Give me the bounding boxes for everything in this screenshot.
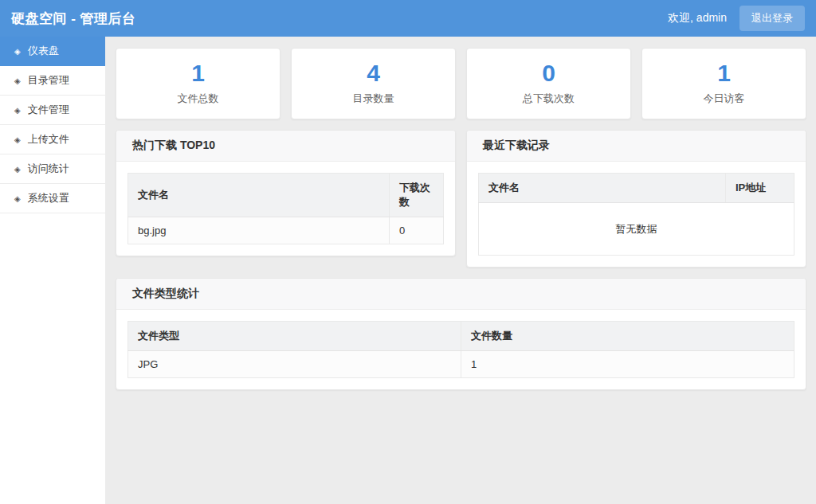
column-header-filename: 文件名 (479, 174, 726, 203)
top-header-bar: 硬盘空间 - 管理后台 欢迎, admin 退出登录 (0, 0, 816, 37)
diamond-icon: ◈ (14, 165, 21, 174)
stats-row: 1 文件总数 4 目录数量 0 总下载次数 1 今日访客 (116, 48, 806, 119)
empty-state-row: 暂无数据 (479, 203, 794, 256)
table-row: bg.jpg 0 (128, 217, 444, 244)
column-header-download-count: 下载次数 (390, 174, 444, 217)
sidebar-item-label: 目录管理 (28, 73, 69, 88)
diamond-icon: ◈ (14, 106, 21, 115)
welcome-text: 欢迎, admin (668, 11, 727, 25)
panel-title: 最近下载记录 (467, 131, 806, 162)
main-content: 1 文件总数 4 目录数量 0 总下载次数 1 今日访客 热门下载 TOP10 (105, 37, 816, 504)
empty-state-text: 暂无数据 (479, 203, 794, 256)
diamond-icon: ◈ (14, 76, 21, 85)
sidebar-item-access-stats[interactable]: ◈ 访问统计 (0, 154, 105, 184)
sidebar-item-dashboard[interactable]: ◈ 仪表盘 (0, 37, 105, 66)
stat-card-total-downloads: 0 总下载次数 (466, 48, 631, 119)
sidebar-item-label: 上传文件 (28, 132, 69, 147)
stat-card-directory-count: 4 目录数量 (291, 48, 456, 119)
recent-downloads-table: 文件名 IP地址 暂无数据 (478, 173, 794, 256)
sidebar-item-directory-management[interactable]: ◈ 目录管理 (0, 66, 105, 96)
stat-label: 今日访客 (642, 92, 806, 106)
cell-file-type: JPG (128, 351, 461, 378)
panel-body: 文件名 IP地址 暂无数据 (467, 162, 806, 267)
stat-value: 1 (116, 59, 280, 88)
stat-value: 0 (467, 59, 630, 88)
diamond-icon: ◈ (14, 47, 21, 56)
column-header-ip-address: IP地址 (726, 174, 794, 203)
stat-value: 4 (292, 59, 455, 88)
sidebar-item-label: 仪表盘 (28, 44, 59, 58)
panel-body: 文件名 下载次数 bg.jpg 0 (116, 162, 455, 256)
column-header-file-count: 文件数量 (461, 322, 794, 351)
cell-filename: bg.jpg (128, 217, 390, 244)
logout-button[interactable]: 退出登录 (740, 6, 805, 31)
stat-value: 1 (642, 59, 806, 88)
stat-label: 目录数量 (292, 92, 455, 106)
sidebar-item-system-settings[interactable]: ◈ 系统设置 (0, 184, 105, 213)
panel-file-types: 文件类型统计 文件类型 文件数量 JPG 1 (116, 278, 806, 390)
panels-row: 热门下载 TOP10 文件名 下载次数 bg.jpg 0 (116, 130, 806, 268)
stat-label: 文件总数 (116, 92, 280, 106)
panel-recent-downloads: 最近下载记录 文件名 IP地址 暂无数据 (466, 130, 806, 268)
stat-card-total-files: 1 文件总数 (116, 48, 280, 119)
sidebar-nav: ◈ 仪表盘 ◈ 目录管理 ◈ 文件管理 ◈ 上传文件 ◈ 访问统计 ◈ 系统设置 (0, 37, 105, 504)
panel-body: 文件类型 文件数量 JPG 1 (116, 310, 806, 389)
sidebar-item-file-management[interactable]: ◈ 文件管理 (0, 96, 105, 125)
file-types-table: 文件类型 文件数量 JPG 1 (128, 321, 794, 378)
panel-title: 热门下载 TOP10 (116, 131, 455, 162)
header-right-area: 欢迎, admin 退出登录 (668, 6, 805, 31)
sidebar-item-upload-file[interactable]: ◈ 上传文件 (0, 125, 105, 154)
cell-file-count: 1 (461, 351, 794, 378)
diamond-icon: ◈ (14, 194, 21, 203)
panel-hot-downloads: 热门下载 TOP10 文件名 下载次数 bg.jpg 0 (116, 130, 456, 256)
sidebar-item-label: 访问统计 (28, 162, 69, 176)
column-header-file-type: 文件类型 (128, 322, 461, 351)
table-row: JPG 1 (128, 351, 794, 378)
column-header-filename: 文件名 (128, 174, 390, 217)
panel-title: 文件类型统计 (116, 279, 806, 310)
stat-label: 总下载次数 (467, 92, 630, 106)
app-title: 硬盘空间 - 管理后台 (11, 10, 136, 28)
cell-download-count: 0 (390, 217, 444, 244)
sidebar-item-label: 文件管理 (28, 103, 69, 117)
diamond-icon: ◈ (14, 135, 21, 144)
stat-card-today-visitors: 1 今日访客 (641, 48, 806, 119)
hot-downloads-table: 文件名 下载次数 bg.jpg 0 (128, 173, 444, 244)
sidebar-item-label: 系统设置 (28, 191, 69, 205)
